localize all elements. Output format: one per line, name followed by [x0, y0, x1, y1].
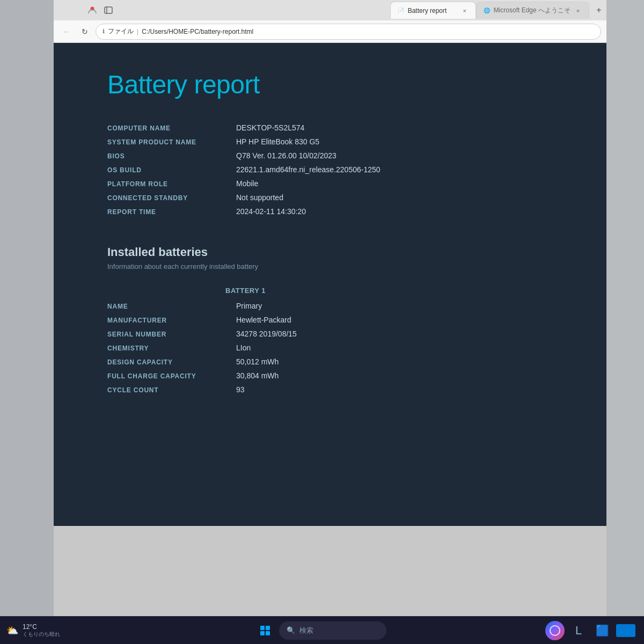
taskbar-left: ⛅ 12°C くもりのち暗れ — [0, 623, 97, 638]
label-platform-role: PLATFORM ROLE — [107, 179, 225, 188]
address-bar[interactable]: ℹ ファイル | C:/Users/HOME-PC/battery-report… — [96, 24, 601, 40]
battery-label-name: NAME — [107, 302, 225, 310]
system-info-table: COMPUTER NAME DESKTOP-5S2L574 SYSTEM PRO… — [107, 121, 553, 218]
battery-label: BATTERY 1 — [107, 287, 553, 295]
taskbar-center: 🔍 検索 — [97, 621, 545, 640]
battery-info-table: NAME Primary MANUFACTURER Hewlett-Packar… — [107, 299, 553, 397]
lock-icon: ℹ — [103, 28, 105, 35]
refresh-button[interactable]: ↻ — [77, 24, 92, 39]
back-button[interactable]: ← — [59, 24, 74, 39]
battery-value-manufacturer: Hewlett-Packard — [236, 316, 553, 324]
tab-bar: 📄 Battery report × 🌐 Microsoft Edge へようこ… — [54, 0, 606, 20]
battery-value-design-capacity: 50,012 mWh — [236, 357, 553, 366]
right-bezel — [606, 0, 644, 616]
info-row-os-build: OS BUILD 22621.1.amd64fre.ni_release.220… — [107, 163, 553, 177]
new-tab-button[interactable]: + — [591, 3, 606, 18]
weather-description: くもりのち暗れ — [23, 631, 60, 638]
battery-row-name: NAME Primary — [107, 299, 553, 313]
label-bios: BIOS — [107, 151, 225, 160]
battery-label-chemistry: CHEMISTRY — [107, 343, 225, 352]
taskbar: ⛅ 12°C くもりのち暗れ 🔍 検索 L 🟦 — [0, 616, 644, 644]
weather-temperature: 12°C — [23, 623, 60, 631]
value-system-product: HP HP EliteBook 830 G5 — [236, 137, 553, 146]
info-row-computer-name: COMPUTER NAME DESKTOP-5S2L574 — [107, 121, 553, 135]
copilot-icon — [550, 625, 560, 636]
battery-row-chemistry: CHEMISTRY LIon — [107, 341, 553, 355]
weather-info: 12°C くもりのち暗れ — [23, 623, 60, 638]
win-seg-2 — [266, 626, 270, 630]
search-label: 検索 — [299, 626, 313, 635]
battery-label-full-charge: FULL CHARGE CAPACITY — [107, 371, 225, 380]
battery-value-cycle-count: 93 — [236, 385, 553, 394]
tab-label-edge: Microsoft Edge へようこそ — [494, 6, 570, 15]
tab-close-edge[interactable]: × — [574, 6, 582, 15]
value-report-time: 2024-02-11 14:30:20 — [236, 207, 553, 216]
info-row-report-time: REPORT TIME 2024-02-11 14:30:20 — [107, 204, 553, 218]
start-button[interactable] — [255, 621, 275, 640]
profile-icon-btn[interactable] — [86, 4, 99, 17]
battery-label-design-capacity: DESIGN CAPACITY — [107, 357, 225, 366]
tab-label-battery: Battery report — [408, 7, 447, 14]
label-connected-standby: CONNECTED STANDBY — [107, 193, 225, 202]
battery-row-full-charge: FULL CHARGE CAPACITY 30,804 mWh — [107, 369, 553, 383]
win-seg-3 — [260, 631, 265, 635]
label-computer-name: COMPUTER NAME — [107, 123, 225, 132]
taskbar-search[interactable]: 🔍 検索 — [279, 621, 386, 640]
battery-label-cycle-count: CYCLE COUNT — [107, 385, 225, 394]
installed-batteries-section: Installed batteries Information about ea… — [107, 245, 553, 397]
browser-toolbar: ← ↻ ℹ ファイル | C:/Users/HOME-PC/battery-re… — [54, 20, 606, 43]
left-bezel — [0, 0, 54, 616]
battery-row-design-capacity: DESIGN CAPACITY 50,012 mWh — [107, 355, 553, 369]
info-row-bios: BIOS Q78 Ver. 01.26.00 10/02/2023 — [107, 149, 553, 163]
label-system-product: SYSTEM PRODUCT NAME — [107, 137, 225, 146]
address-path: C:/Users/HOME-PC/battery-report.html — [142, 28, 253, 35]
weather-icon: ⛅ — [6, 625, 18, 636]
value-connected-standby: Not supported — [236, 193, 553, 202]
page-content: Battery report COMPUTER NAME DESKTOP-5S2… — [54, 43, 606, 526]
value-platform-role: Mobile — [236, 179, 553, 188]
battery-row-serial: SERIAL NUMBER 34278 2019/08/15 — [107, 327, 553, 341]
label-os-build: OS BUILD — [107, 165, 225, 174]
info-row-platform-role: PLATFORM ROLE Mobile — [107, 177, 553, 191]
value-computer-name: DESKTOP-5S2L574 — [236, 123, 553, 132]
battery-value-serial: 34278 2019/08/15 — [236, 330, 553, 338]
value-os-build: 22621.1.amd64fre.ni_release.220506-1250 — [236, 165, 553, 174]
svg-rect-1 — [105, 7, 112, 13]
battery-label-manufacturer: MANUFACTURER — [107, 316, 225, 324]
battery-value-full-charge: 30,804 mWh — [236, 371, 553, 380]
info-row-connected-standby: CONNECTED STANDBY Not supported — [107, 191, 553, 204]
battery-row-manufacturer: MANUFACTURER Hewlett-Packard — [107, 313, 553, 327]
tab-icon-edge: 🌐 — [483, 7, 491, 14]
tab-icon-battery: 📄 — [397, 7, 405, 14]
battery-value-chemistry: LIon — [236, 343, 553, 352]
tab-close-battery[interactable]: × — [460, 6, 469, 15]
tab-battery-report[interactable]: 📄 Battery report × — [390, 2, 476, 19]
taskbar-app-teams[interactable]: 🟦 — [592, 621, 612, 640]
taskbar-right: L 🟦 — [545, 621, 644, 640]
page-title: Battery report — [107, 70, 553, 99]
copilot-button[interactable] — [545, 621, 565, 640]
battery-label-serial: SERIAL NUMBER — [107, 330, 225, 338]
section-subtitle-batteries: Information about each currently install… — [107, 262, 553, 270]
win-seg-4 — [266, 631, 270, 635]
battery-row-cycle-count: CYCLE COUNT 93 — [107, 383, 553, 397]
value-bios: Q78 Ver. 01.26.00 10/02/2023 — [236, 151, 553, 160]
sidebar-icon-btn[interactable] — [102, 4, 115, 17]
label-report-time: REPORT TIME — [107, 207, 225, 216]
browser-window: 📄 Battery report × 🌐 Microsoft Edge へようこ… — [54, 0, 606, 616]
win-seg-1 — [260, 626, 265, 630]
tab-edge-welcome[interactable]: 🌐 Microsoft Edge へようこそ × — [476, 2, 589, 19]
search-icon: 🔍 — [287, 626, 295, 634]
taskbar-app-extra[interactable] — [616, 624, 635, 637]
battery-value-name: Primary — [236, 302, 553, 310]
section-title-batteries: Installed batteries — [107, 245, 553, 259]
windows-icon — [260, 626, 270, 635]
taskbar-app-l[interactable]: L — [569, 621, 588, 640]
panel-icons — [86, 4, 119, 17]
address-protocol: ファイル — [108, 27, 134, 36]
info-row-system-product: SYSTEM PRODUCT NAME HP HP EliteBook 830 … — [107, 135, 553, 149]
